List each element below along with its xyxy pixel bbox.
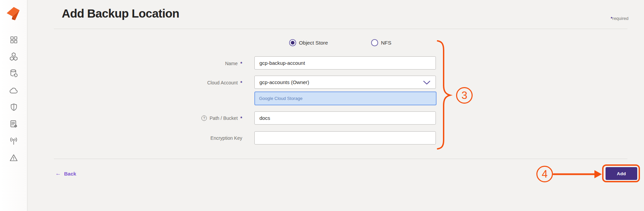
annotation-step-4: 4 [536, 166, 553, 182]
encryption-key-label: Encryption Key [135, 135, 242, 141]
back-label: Back [64, 171, 76, 177]
path-bucket-input[interactable] [254, 111, 436, 125]
path-bucket-required-asterisk: * [241, 115, 242, 121]
clusters-cubes-icon [9, 52, 18, 62]
sidebar-item-backups[interactable] [9, 70, 18, 79]
app-logo [5, 4, 21, 23]
sidebar-item-cloud-providers[interactable] [9, 86, 18, 96]
radio-unselected-icon [371, 39, 378, 46]
dropdown-option-label: Google Cloud Storage [259, 96, 303, 101]
annotation-brace-and-arrow [0, 0, 644, 211]
shield-icon [9, 103, 18, 113]
cloud-account-value: gcp-accounts (Owner) [259, 79, 309, 85]
name-required-asterisk: * [241, 61, 242, 66]
annotation-step-3: 3 [456, 87, 473, 104]
path-bucket-label: ? Path / Bucket * [135, 115, 242, 121]
cloud-account-label: Cloud Account* [135, 80, 242, 85]
broadcast-antenna-icon [9, 136, 18, 147]
warning-triangle-icon [9, 153, 18, 164]
sidebar-item-dashboard[interactable] [9, 36, 18, 45]
name-input[interactable] [254, 56, 436, 70]
radio-nfs-label: NFS [381, 40, 391, 46]
location-type-radio-group: Object Store NFS [289, 39, 391, 46]
policies-clipboard-gear-icon [9, 120, 18, 130]
cloud-account-required-asterisk: * [241, 80, 242, 85]
page-title: Add Backup Location [62, 7, 179, 20]
add-button[interactable]: Add [606, 167, 637, 180]
sidebar-item-monitoring[interactable] [9, 137, 18, 146]
sidebar-item-clusters[interactable] [9, 53, 18, 62]
sidebar-item-security[interactable] [9, 103, 18, 112]
help-icon[interactable]: ? [201, 115, 207, 121]
sidebar-nav [0, 36, 27, 163]
database-restore-icon [9, 69, 18, 79]
sidebar-item-alerts[interactable] [9, 154, 18, 163]
back-arrow-icon: ← [55, 170, 61, 177]
sidebar [0, 0, 27, 211]
back-link[interactable]: ← Back [55, 170, 76, 177]
cloud-icon [9, 86, 19, 97]
footer-divider [54, 159, 627, 159]
encryption-key-input[interactable] [254, 131, 436, 144]
required-note: *required [611, 16, 628, 21]
dropdown-option-google-cloud-storage[interactable]: Google Cloud Storage [254, 91, 437, 105]
radio-selected-icon [289, 39, 296, 46]
sidebar-item-policies[interactable] [9, 120, 18, 129]
required-text: required [612, 16, 628, 21]
name-label: Name* [135, 61, 242, 66]
radio-object-store-label: Object Store [299, 40, 328, 46]
cloud-account-select[interactable]: gcp-accounts (Owner) [254, 76, 436, 89]
radio-nfs[interactable]: NFS [371, 39, 391, 46]
radio-object-store[interactable]: Object Store [289, 39, 328, 46]
chevron-down-icon [423, 80, 431, 86]
header-divider [54, 29, 627, 29]
dashboard-grid-icon [9, 35, 18, 46]
